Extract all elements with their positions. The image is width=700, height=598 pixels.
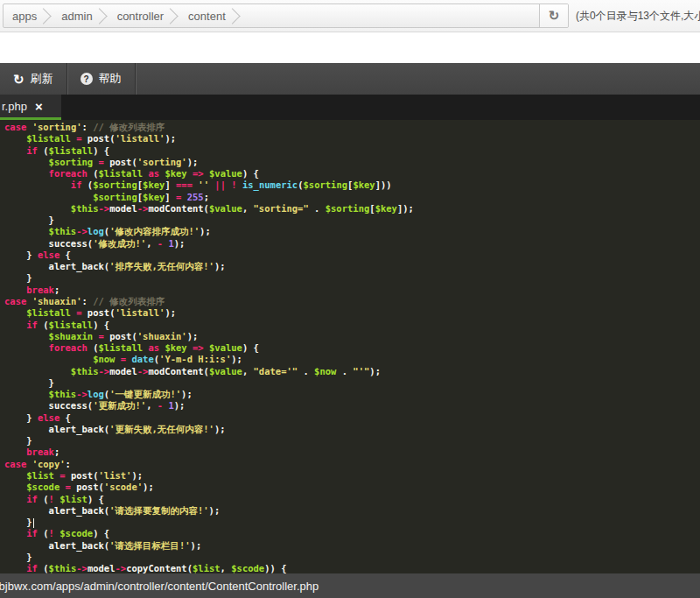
code-line: success('更新成功!', - 1); (4, 400, 700, 412)
code-line: } (4, 435, 700, 447)
help-icon: ? (80, 73, 93, 85)
code-line: if (! $list) { (4, 494, 700, 505)
toolbar-help-label: 帮助 (99, 71, 122, 87)
code-line: alert_back('更新失败,无任何内容!'); (4, 424, 700, 435)
code-line: } else { (4, 412, 700, 424)
code-line: $now = date('Y-m-d H:i:s'); (4, 354, 700, 365)
code-line: case 'sorting': // 修改列表排序 (4, 122, 700, 133)
code-line: break; (4, 285, 700, 296)
code-line: alert_back('排序失败,无任何内容!'); (4, 261, 700, 272)
toolbar-refresh-label: 刷新 (31, 71, 53, 87)
code-line: alert_back('请选择目标栏目!'); (4, 540, 700, 552)
top-bar: apps admin controller content ↻ (共0个目录与1… (0, 0, 700, 32)
text-cursor (33, 518, 35, 528)
tab-bar: r.php × (0, 95, 700, 120)
code-line: if ($this->model->copyContent($list, $sc… (4, 563, 700, 573)
code-line: $this->log('修改内容排序成功!'); (4, 226, 700, 237)
code-line: } (4, 272, 700, 284)
toolbar-refresh-button[interactable]: ↻ 刷新 (0, 63, 66, 95)
code-line: } (4, 552, 700, 563)
code-line: $sorting[$key] = 255; (4, 192, 700, 203)
refresh-icon: ↻ (13, 73, 24, 86)
tab-contentcontroller-php[interactable]: r.php × (0, 95, 61, 120)
breadcrumb-refresh-button[interactable]: ↻ (539, 4, 568, 27)
code-line: } else { (4, 250, 700, 261)
tab-label: r.php (2, 100, 27, 113)
content-gap (0, 32, 700, 63)
code-line: if (! $scode) { (4, 528, 700, 539)
code-line: if ($listall) { (4, 320, 700, 331)
code-line: success('修改成功!', - 1); (4, 238, 700, 250)
refresh-icon: ↻ (549, 8, 560, 24)
file-path: tbjbwx.com/apps/admin/controller/content… (0, 580, 318, 593)
code-line: case 'shuaxin': // 修改列表排序 (4, 296, 700, 307)
code-line: $this->model->modContent($value, "sortin… (4, 203, 700, 215)
code-line: $scode = post('scode'); (4, 482, 700, 493)
toolbar-help-button[interactable]: ? 帮助 (67, 63, 135, 95)
code-line: alert_back('请选择要复制的内容!'); (4, 505, 700, 517)
code-line: } (4, 517, 700, 528)
status-bar: tbjbwx.com/apps/admin/controller/content… (0, 573, 700, 598)
code-line: } (4, 377, 700, 389)
code-line: break; (4, 447, 700, 458)
code-line: $list = post('list'); (4, 470, 700, 482)
code-line: } (4, 215, 700, 226)
code-line: $listall = post('listall'); (4, 133, 700, 144)
code-editor[interactable]: case 'sorting': // 修改列表排序 $listall = pos… (0, 120, 700, 573)
editor-toolbar: ↻ 刷新 ? 帮助 (0, 63, 700, 95)
directory-stats: (共0个目录与13个文件,大小:11 (576, 0, 700, 32)
code-line: foreach ($listall as $key => $value) { (4, 168, 700, 179)
code-line: if ($listall) { (4, 145, 700, 157)
code-line: $this->model->modContent($value, "date='… (4, 366, 700, 377)
code-line: foreach ($listall as $key => $value) { (4, 342, 700, 354)
code-line: $sorting = post('sorting'); (4, 157, 700, 168)
code-line: $shuaxin = post('shuaxin'); (4, 331, 700, 342)
toolbar-divider (135, 63, 136, 95)
code-line: if ($sorting[$key] === '' || ! is_numeri… (4, 179, 700, 191)
close-icon[interactable]: × (35, 100, 43, 113)
code-line: $listall = post('listall'); (4, 307, 700, 319)
breadcrumb: apps admin controller content ↻ (3, 4, 569, 28)
code-line: case 'copy': (4, 459, 700, 470)
code-line: $this->log('一键更新成功!'); (4, 389, 700, 400)
